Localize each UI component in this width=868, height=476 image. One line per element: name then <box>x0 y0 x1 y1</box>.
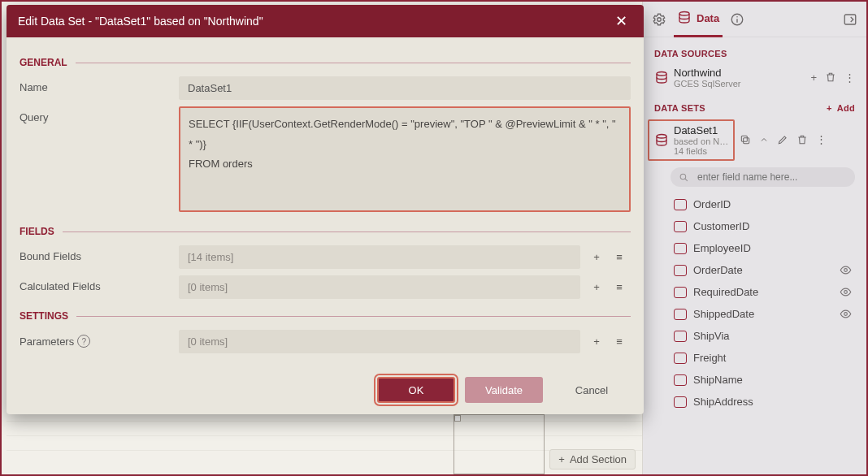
field-item[interactable]: Freight <box>671 347 855 369</box>
close-icon[interactable]: ✕ <box>610 11 632 32</box>
svg-point-4 <box>736 15 738 17</box>
datasource-sub: GCES SqlServer <box>674 79 741 89</box>
plus-icon: + <box>558 453 565 465</box>
trash-icon[interactable] <box>796 134 808 145</box>
modal-title-text: Edit Data Set - "DataSet1" based on "Nor… <box>18 15 263 28</box>
selection-box[interactable] <box>454 414 545 474</box>
dataset-sub2: 14 fields <box>674 146 728 156</box>
collapse-panel-icon[interactable] <box>842 11 858 28</box>
svg-point-1 <box>679 12 689 16</box>
svg-rect-9 <box>742 136 748 141</box>
svg-rect-5 <box>844 15 856 24</box>
field-type-icon <box>674 287 687 298</box>
svg-point-6 <box>657 71 666 76</box>
field-name: Freight <box>693 352 726 364</box>
field-item[interactable]: EmployeeID <box>671 237 855 259</box>
ok-button[interactable]: OK <box>377 377 455 403</box>
info-icon[interactable] <box>729 11 745 28</box>
svg-point-12 <box>844 269 848 272</box>
field-type-icon <box>674 309 687 320</box>
svg-rect-8 <box>744 137 749 143</box>
bound-fields-display[interactable] <box>179 245 580 269</box>
field-item[interactable]: ShipName <box>671 369 855 391</box>
datasource-name: Northwind <box>674 67 741 79</box>
field-item[interactable]: ShipAddress <box>671 391 855 413</box>
name-label: Name <box>20 76 179 93</box>
cancel-button[interactable]: Cancel <box>553 377 631 403</box>
query-textarea[interactable] <box>179 106 631 212</box>
tab-data-label: Data <box>697 12 719 24</box>
gear-icon[interactable] <box>651 11 667 28</box>
field-item[interactable]: CustomerID <box>671 215 855 237</box>
field-search-input[interactable] <box>696 171 847 184</box>
field-type-icon <box>674 221 687 232</box>
svg-point-14 <box>844 313 848 316</box>
plus-icon: + <box>827 103 832 113</box>
edit-dataset-modal: Edit Data Set - "DataSet1" based on "Nor… <box>7 5 644 414</box>
field-list: OrderIDCustomerIDEmployeeIDOrderDateRequ… <box>643 192 866 414</box>
field-item[interactable]: ShippedDate <box>671 303 855 325</box>
name-input[interactable] <box>179 76 631 100</box>
add-section-button[interactable]: + Add Section <box>549 449 636 470</box>
section-fields: FIELDS <box>20 226 54 237</box>
field-type-icon <box>674 353 687 364</box>
field-name: ShipVia <box>693 330 730 342</box>
add-calc-field-icon[interactable]: + <box>585 275 608 298</box>
add-parameter-icon[interactable]: + <box>585 330 608 353</box>
tab-data[interactable]: Data <box>674 2 723 37</box>
field-item[interactable]: RequiredDate <box>671 281 855 303</box>
field-name: OrderDate <box>693 264 743 276</box>
dataset-name: DataSet1 <box>674 124 728 136</box>
field-type-icon <box>674 374 687 386</box>
svg-point-13 <box>844 291 848 294</box>
chevron-up-icon[interactable] <box>759 135 769 145</box>
data-sets-title: DATA SETS <box>654 103 705 113</box>
validate-button[interactable]: Validate <box>465 377 543 403</box>
dataset-item[interactable]: DataSet1 based on N… 14 fields <box>648 119 735 161</box>
calc-fields-label: Calculated Fields <box>20 275 179 292</box>
right-panel-header: Data <box>643 2 866 37</box>
copy-icon[interactable] <box>740 134 751 145</box>
field-item[interactable]: ShipVia <box>671 325 855 347</box>
field-type-icon <box>674 396 687 408</box>
eye-icon[interactable] <box>840 286 852 298</box>
field-type-icon <box>674 265 687 276</box>
more-icon[interactable]: ⋮ <box>844 71 855 84</box>
dataset-icon <box>654 133 669 148</box>
help-icon[interactable]: ? <box>77 335 90 348</box>
field-name: ShippedDate <box>693 308 754 320</box>
menu-icon[interactable]: ≡ <box>608 330 631 353</box>
field-name: EmployeeID <box>693 242 751 254</box>
field-name: ShipName <box>693 374 743 386</box>
add-dataset-button[interactable]: + Add <box>827 103 855 113</box>
field-search[interactable] <box>671 167 855 187</box>
data-sources-title: DATA SOURCES <box>643 37 866 63</box>
field-type-icon <box>674 331 687 342</box>
menu-icon[interactable]: ≡ <box>608 275 631 298</box>
parameters-display[interactable] <box>179 330 580 353</box>
eye-icon[interactable] <box>840 308 852 320</box>
right-panel: Data DATA SOURCES Northwind GCES SqlServ… <box>642 2 866 474</box>
calc-fields-display[interactable] <box>179 275 580 299</box>
svg-point-7 <box>657 134 666 138</box>
field-item[interactable]: OrderDate <box>671 259 855 281</box>
section-general: GENERAL <box>20 57 67 68</box>
datasource-row[interactable]: Northwind GCES SqlServer + ⋮ <box>643 63 866 92</box>
add-icon[interactable]: + <box>810 71 817 84</box>
eye-icon[interactable] <box>840 264 852 276</box>
database-icon <box>677 11 692 25</box>
add-bound-field-icon[interactable]: + <box>585 245 608 268</box>
data-sets-header: DATA SETS + Add <box>643 92 866 118</box>
more-icon[interactable]: ⋮ <box>816 133 827 145</box>
database-icon <box>654 71 669 85</box>
menu-icon[interactable]: ≡ <box>608 245 631 268</box>
dataset-sub: based on N… <box>674 136 728 146</box>
field-type-icon <box>674 243 687 254</box>
svg-line-11 <box>685 178 688 180</box>
field-type-icon <box>674 199 687 210</box>
edit-icon[interactable] <box>777 134 788 145</box>
field-item[interactable]: OrderID <box>671 193 855 215</box>
section-settings: SETTINGS <box>20 310 68 322</box>
modal-titlebar: Edit Data Set - "DataSet1" based on "Nor… <box>7 5 644 37</box>
trash-icon[interactable] <box>825 71 836 84</box>
